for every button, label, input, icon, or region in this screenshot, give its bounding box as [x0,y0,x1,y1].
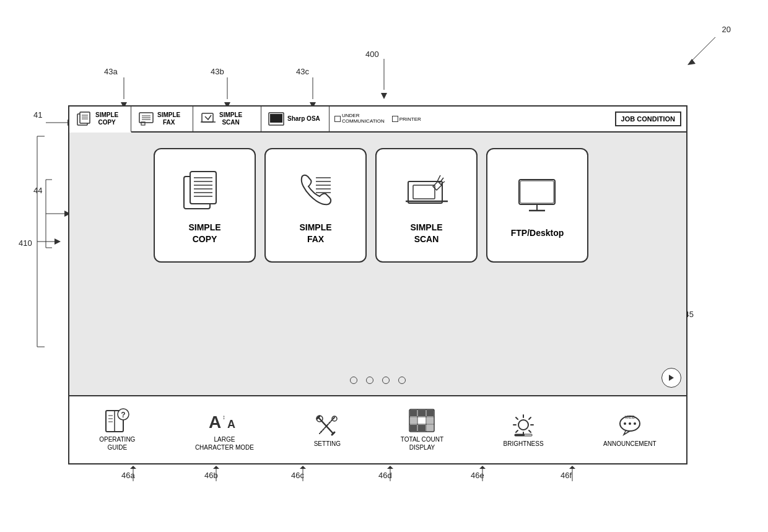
bottom-item-large-character-mode[interactable]: A ↕ A LARGE CHARACTER MODE [191,403,258,456]
under-communication-status: UNDER COMMUNICATION [334,113,385,124]
app-tile-simple-copy-label: SIMPLE COPY [188,222,220,244]
tab-simple-fax-label: SIMPLE FAX [157,111,180,126]
tab-simple-scan[interactable]: SIMPLE SCAN [193,107,261,131]
arrow-46f [569,466,588,481]
job-condition-button[interactable]: JOB CONDITION [615,111,681,126]
app-fax-icon [291,166,341,216]
svg-rect-106 [410,410,417,416]
svg-marker-45 [569,466,575,469]
label-41: 41 [33,110,42,120]
app-tile-simple-scan[interactable]: SIMPLE SCAN [375,148,478,263]
svg-line-77 [437,175,440,181]
svg-rect-81 [520,181,554,203]
page-dots [350,377,406,384]
printer-checkbox [392,116,398,122]
page-dot-3[interactable] [382,377,390,384]
svg-text:A: A [227,418,235,430]
device-outline: SIMPLE COPY SIMPLE FAX [68,105,687,464]
setting-icon [313,412,341,437]
svg-rect-56 [202,113,213,122]
tab-sharp-osa[interactable]: Sharp OSA [261,107,329,131]
svg-text:A: A [209,412,221,432]
app-copy-icon [180,166,230,216]
bottom-item-brightness[interactable]: BRIGHTNESS [500,408,548,453]
bottom-item-announcement[interactable]: WEB ANNOUNCEMENT [600,408,660,453]
announcement-icon: WEB [616,412,644,437]
svg-rect-108 [427,410,434,416]
next-page-button[interactable] [661,368,681,388]
page-dot-4[interactable] [398,377,406,384]
svg-text:↕: ↕ [222,414,225,421]
arrow-43b [224,77,237,108]
large-character-mode-label: LARGE CHARACTER MODE [195,435,254,451]
svg-rect-59 [270,114,282,123]
fax-icon [137,111,155,126]
svg-point-128 [634,422,636,425]
bottom-item-setting[interactable]: SETTING [310,408,344,453]
svg-marker-39 [300,466,306,469]
svg-line-119 [516,417,518,419]
announcement-label: ANNOUNCEMENT [603,440,657,448]
osa-icon [268,111,285,126]
arrow-46d [387,466,406,481]
svg-marker-18 [55,238,61,245]
bottom-item-total-count-display[interactable]: TOTAL COUNT DISPLAY [397,403,447,456]
svg-marker-35 [130,466,136,469]
label-43a: 43a [104,67,118,76]
bottom-item-operating-guide[interactable]: ? OPERATING GUIDE [95,403,139,456]
arrow-46e [479,466,498,481]
page-dot-1[interactable] [350,377,357,384]
bottom-bar: ? OPERATING GUIDE A ↕ A LARGE CHARACTER … [69,395,686,463]
app-tile-simple-fax[interactable]: SIMPLE FAX [264,148,367,263]
under-communication-label: UNDER COMMUNICATION [342,113,385,124]
operating-guide-icon: ? [103,408,131,433]
svg-line-95 [318,417,333,434]
svg-marker-37 [213,466,219,469]
svg-rect-107 [418,410,425,416]
app-scan-icon [402,166,452,216]
svg-rect-80 [519,180,555,204]
tab-simple-scan-label: SIMPLE SCAN [219,111,242,126]
tab-simple-fax[interactable]: SIMPLE FAX [131,107,193,131]
printer-label: PRINTER [399,116,421,122]
status-area: UNDER COMMUNICATION PRINTER JOB CONDITIO… [329,107,686,131]
main-content-area: SIMPLE COPY SIMPLE FAX [69,133,686,395]
svg-text:?: ? [121,411,126,419]
svg-rect-113 [427,425,434,431]
arrow-400 [381,59,393,102]
svg-text:WEB: WEB [625,415,635,419]
svg-rect-112 [418,425,425,431]
svg-marker-41 [387,466,393,469]
app-tile-ftp-desktop[interactable]: FTP/Desktop [486,148,588,263]
tab-sharp-osa-label: Sharp OSA [287,115,320,123]
arrow-43c [310,77,322,108]
svg-marker-43 [479,466,486,469]
label-400: 400 [365,50,379,59]
page-dot-2[interactable] [366,377,373,384]
svg-point-126 [624,422,626,425]
app-tile-simple-scan-label: SIMPLE SCAN [410,222,442,244]
arrow-46c [300,466,318,481]
label-43b: 43b [211,67,224,76]
operating-guide-label: OPERATING GUIDE [99,435,135,451]
svg-rect-109 [410,417,417,424]
svg-marker-84 [669,375,674,381]
tab-simple-copy[interactable]: SIMPLE COPY [69,107,131,133]
svg-marker-1 [687,59,696,65]
arrow-410 [37,130,68,353]
label-20: 20 [722,25,731,34]
app-tile-simple-copy[interactable]: SIMPLE COPY [154,148,256,263]
brightness-icon [510,412,537,437]
printer-status: PRINTER [392,116,421,122]
svg-rect-111 [410,425,417,431]
tab-simple-copy-label: SIMPLE COPY [95,111,118,126]
under-communication-checkbox [334,116,341,122]
svg-line-121 [529,417,531,419]
app-tile-grid: SIMPLE COPY SIMPLE FAX [78,148,664,263]
svg-line-122 [516,430,518,432]
svg-rect-110 [427,417,434,424]
arrow-43a [121,77,133,108]
svg-rect-76 [413,185,435,199]
tab-bar: SIMPLE COPY SIMPLE FAX [69,107,686,133]
app-tile-ftp-desktop-label: FTP/Desktop [511,227,564,238]
